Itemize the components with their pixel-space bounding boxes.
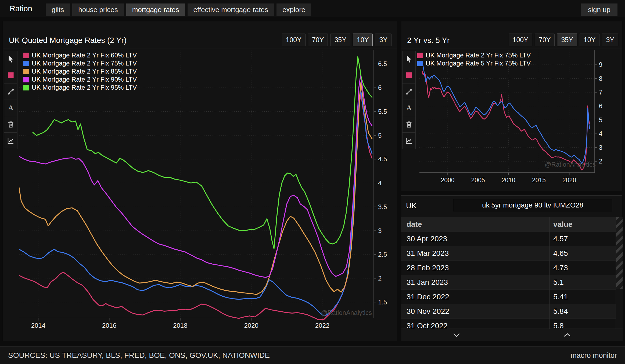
compare-chart-toolbar: A: [402, 51, 416, 149]
table-body: 30 Apr 20234.5731 Mar 20234.6528 Feb 202…: [401, 232, 616, 329]
trash-tool-button[interactable]: [402, 116, 416, 133]
trendline-tool-button[interactable]: [402, 83, 416, 100]
column-header-date[interactable]: date: [407, 217, 422, 232]
app-root: Ration giltshouse pricesmortgage ratesef…: [0, 0, 625, 364]
x-tick-label: 2020: [244, 322, 258, 329]
nav-tabs: giltshouse pricesmortgage rateseffective…: [46, 3, 311, 16]
range-button-3Y[interactable]: 3Y: [602, 34, 618, 46]
range-button-70Y[interactable]: 70Y: [535, 34, 555, 46]
x-tick-label: 2000: [441, 177, 454, 184]
legend-item[interactable]: UK Mortgage Rate 2 Yr Fix 95% LTV: [23, 83, 137, 92]
y-tick-label: 3: [378, 227, 382, 234]
legend-label: UK Mortgage Rate 2 Yr Fix 90% LTV: [32, 76, 137, 83]
cell-value: 5.41: [553, 290, 568, 304]
pointer-icon: [7, 55, 15, 63]
scrollbar-thumb[interactable]: [616, 217, 623, 289]
range-button-70Y[interactable]: 70Y: [308, 34, 328, 46]
line-chart-tool-button[interactable]: [4, 133, 17, 149]
text-icon: A: [7, 104, 15, 112]
range-button-100Y[interactable]: 100Y: [282, 34, 306, 46]
range-button-35Y[interactable]: 35Y: [557, 34, 577, 46]
nav-tab-effective-mortgage-rates[interactable]: effective mortgage rates: [188, 3, 274, 16]
range-button-100Y[interactable]: 100Y: [509, 34, 532, 46]
legend-item[interactable]: UK Mortgage Rate 2 Yr Fix 85% LTV: [23, 67, 137, 75]
legend-label: UK Mortgage Rate 2 Yr Fix 60% LTV: [32, 52, 137, 59]
trendline-tool-button[interactable]: [4, 83, 17, 100]
table-row[interactable]: 31 Mar 20234.65: [401, 246, 616, 261]
color-swatch-tool-button[interactable]: [4, 67, 17, 83]
nav-tab-house-prices[interactable]: house prices: [72, 3, 124, 16]
legend-swatch-icon: [23, 61, 29, 66]
range-button-3Y[interactable]: 3Y: [375, 34, 391, 46]
color-swatch-icon: [7, 71, 15, 79]
compare-range-buttons: 100Y70Y35Y10Y3Y: [509, 34, 618, 46]
legend-swatch-icon: [23, 53, 29, 58]
compare-chart-header: 2 Yr vs. 5 Yr 100Y70Y35Y10Y3Y: [401, 21, 622, 49]
legend-item[interactable]: UK Mortgage Rate 5 Yr Fix 75% LTV: [417, 59, 531, 67]
text-tool-button[interactable]: A: [402, 100, 416, 116]
trash-icon: [405, 120, 413, 128]
footer-brand: macro monitor: [570, 347, 617, 364]
page-down-button[interactable]: [401, 329, 512, 341]
text-tool-button[interactable]: A: [4, 100, 17, 116]
series-search-input[interactable]: [453, 199, 612, 211]
main-chart-toolbar: A: [4, 51, 17, 149]
main-chart-panel: UK Quoted Mortgage Rates (2 Yr) 100Y70Y3…: [3, 21, 397, 341]
legend-swatch-icon: [23, 77, 29, 82]
pointer-tool-button[interactable]: [402, 51, 416, 67]
x-tick-label: 2015: [532, 177, 546, 184]
legend-swatch-icon: [417, 53, 423, 58]
table-header: date value: [401, 217, 616, 232]
compare-chart-legend: UK Mortgage Rate 2 Yr Fix 75% LTVUK Mort…: [417, 51, 531, 67]
legend-item[interactable]: UK Mortgage Rate 2 Yr Fix 75% LTV: [23, 59, 137, 67]
y-tick-label: 4: [599, 130, 602, 137]
nav-tab-explore[interactable]: explore: [276, 3, 311, 16]
legend-item[interactable]: UK Mortgage Rate 2 Yr Fix 90% LTV: [23, 75, 137, 83]
table-row[interactable]: 30 Nov 20225.84: [401, 304, 616, 319]
table-row[interactable]: 31 Dec 20225.41: [401, 290, 616, 304]
y-tick-label: 2: [599, 158, 602, 165]
table-row[interactable]: 28 Feb 20234.73: [401, 261, 616, 275]
y-tick-label: 4.5: [378, 155, 387, 163]
watermark: @RationAnalytics: [321, 309, 372, 316]
y-tick-label: 7: [599, 89, 602, 96]
table-row[interactable]: 31 Jan 20235.1: [401, 275, 616, 290]
range-button-10Y[interactable]: 10Y: [580, 34, 599, 46]
page-up-button[interactable]: [512, 329, 623, 341]
line-chart-icon: [405, 137, 413, 145]
nav-tab-gilts[interactable]: gilts: [46, 3, 70, 16]
sources-text: SOURCES: US TREASURY, BLS, FRED, BOE, ON…: [8, 347, 270, 364]
y-tick-label: 5.5: [378, 108, 387, 115]
y-tick-label: 5: [378, 132, 382, 139]
pointer-tool-button[interactable]: [4, 51, 17, 67]
table-row[interactable]: 31 Oct 20225.8: [401, 319, 616, 329]
range-button-35Y[interactable]: 35Y: [330, 34, 350, 46]
text-icon: A: [405, 104, 413, 112]
nav-tab-mortgage-rates[interactable]: mortgage rates: [126, 3, 185, 16]
watermark: @RationAnalytics: [545, 161, 596, 168]
color-swatch-icon: [405, 71, 413, 79]
brand-logo[interactable]: Ration: [10, 0, 32, 17]
table-scrollbar[interactable]: [616, 217, 623, 329]
x-tick-label: 2005: [471, 177, 485, 184]
trendline-icon: [7, 88, 15, 96]
top-nav: Ration giltshouse pricesmortgage ratesef…: [0, 0, 625, 17]
y-tick-label: 5: [599, 117, 602, 123]
legend-label: UK Mortgage Rate 2 Yr Fix 95% LTV: [32, 84, 137, 91]
trash-tool-button[interactable]: [4, 116, 17, 133]
legend-item[interactable]: UK Mortgage Rate 2 Yr Fix 60% LTV: [23, 51, 137, 59]
legend-item[interactable]: UK Mortgage Rate 2 Yr Fix 75% LTV: [417, 51, 531, 59]
line-chart-tool-button[interactable]: [402, 133, 416, 149]
table-row[interactable]: 30 Apr 20234.57: [401, 232, 616, 246]
column-divider: [549, 217, 550, 329]
svg-text:A: A: [407, 104, 411, 111]
color-swatch-tool-button[interactable]: [402, 67, 416, 83]
sign-up-button[interactable]: sign up: [581, 3, 617, 16]
y-tick-label: 6: [599, 103, 602, 110]
range-button-10Y[interactable]: 10Y: [353, 34, 373, 46]
legend-swatch-icon: [23, 85, 29, 90]
y-tick-label: 3: [599, 144, 602, 151]
column-header-value[interactable]: value: [553, 217, 573, 232]
main-chart-plot[interactable]: 6.565.554.543.532.521.520142016201820202…: [19, 50, 393, 330]
x-tick-label: 2010: [502, 177, 515, 184]
